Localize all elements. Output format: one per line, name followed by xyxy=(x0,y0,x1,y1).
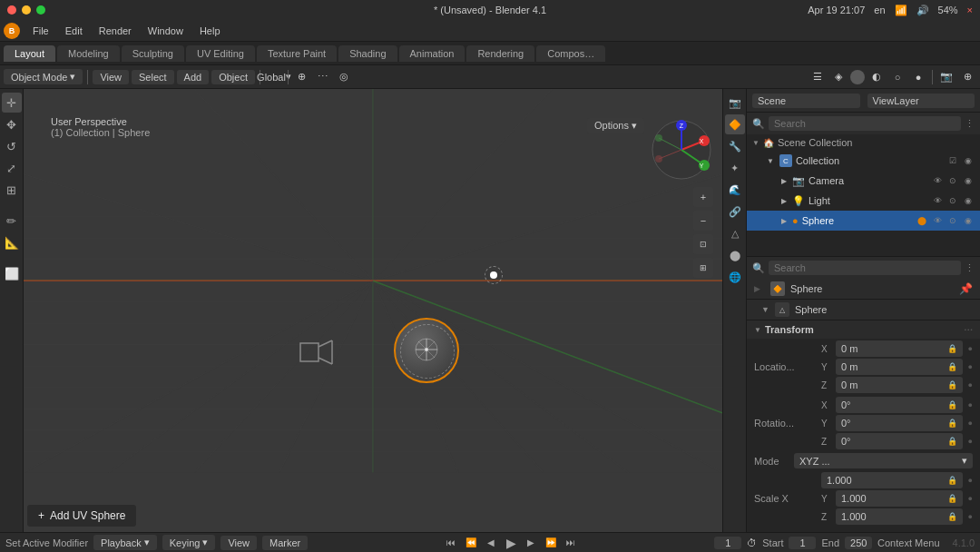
next-frame-btn[interactable]: ⏩ xyxy=(543,535,559,551)
viewport-gizmo[interactable]: X Y Z xyxy=(650,118,713,182)
measure-tool[interactable]: 📐 xyxy=(2,232,22,252)
close-button[interactable]: × xyxy=(967,5,973,15)
mode-select-dropdown[interactable]: XYZ ... ▾ xyxy=(794,453,973,468)
proportional-icon[interactable]: ◎ xyxy=(335,68,353,86)
rot-z-lock[interactable]: 🔒 xyxy=(947,437,957,446)
prop-world-btn[interactable]: 🌐 xyxy=(725,267,745,287)
add-menu[interactable]: Add xyxy=(177,70,210,84)
window-controls[interactable] xyxy=(7,5,78,15)
scale-z-lock[interactable]: 🔒 xyxy=(947,512,957,521)
loc-y-anim[interactable]: ● xyxy=(968,362,973,371)
prop-search-input[interactable] xyxy=(769,261,961,275)
sphere-viewport-icon[interactable]: 👁 xyxy=(931,214,944,227)
scale-x-lock[interactable]: 🔒 xyxy=(947,476,957,485)
rot-x-anim[interactable]: ● xyxy=(968,400,973,409)
prop-constraints-btn[interactable]: 🔗 xyxy=(725,202,745,222)
shading-material[interactable]: ◐ xyxy=(867,68,886,86)
location-z-field[interactable]: 0 m 🔒 xyxy=(836,377,963,393)
object-menu[interactable]: Object xyxy=(211,70,255,84)
mode-selector[interactable]: Object Mode ▾ xyxy=(4,69,83,84)
global-selector[interactable]: Global ▾ xyxy=(265,68,283,86)
loc-z-lock[interactable]: 🔒 xyxy=(947,380,957,389)
prop-particles-btn[interactable]: ✦ xyxy=(725,158,745,178)
tab-modeling[interactable]: Modeling xyxy=(57,45,120,62)
select-menu[interactable]: Select xyxy=(132,70,174,84)
light-select-icon[interactable]: ⊙ xyxy=(946,194,959,207)
scale-y-anim[interactable]: ● xyxy=(968,494,973,503)
cam-select-icon[interactable]: ⊙ xyxy=(946,174,959,187)
marker-menu[interactable]: Marker xyxy=(262,536,308,550)
start-frame-input[interactable]: 1 xyxy=(789,537,816,549)
rot-x-lock[interactable]: 🔒 xyxy=(947,400,957,409)
light-viewport-icon[interactable]: 👁 xyxy=(931,194,944,207)
scale-x-field[interactable]: 1.000 🔒 xyxy=(821,472,963,488)
prop-scene-btn[interactable]: 📷 xyxy=(725,93,745,113)
maximize-dot[interactable] xyxy=(36,5,45,15)
tab-sculpting[interactable]: Sculpting xyxy=(122,45,184,62)
menu-edit[interactable]: Edit xyxy=(58,24,90,38)
cam-render-icon[interactable]: ◉ xyxy=(962,174,975,187)
view-menu[interactable]: View xyxy=(93,70,129,84)
scale-tool[interactable]: ⤢ xyxy=(2,158,22,178)
col-viewport-icon[interactable]: ☑ xyxy=(946,154,959,167)
menu-render[interactable]: Render xyxy=(92,24,139,38)
sphere-select-icon[interactable]: ⊙ xyxy=(946,214,959,227)
shading-solid[interactable] xyxy=(850,70,865,84)
options-button[interactable]: Options ▾ xyxy=(587,118,644,133)
tab-rendering[interactable]: Rendering xyxy=(466,45,534,62)
mesh-expand-icon[interactable]: ▼ xyxy=(761,305,769,314)
prop-pin-button[interactable]: 📌 xyxy=(959,282,973,295)
loc-z-anim[interactable]: ● xyxy=(968,380,973,389)
overlay-icon[interactable]: ☰ xyxy=(808,68,827,86)
rot-z-anim[interactable]: ● xyxy=(968,437,973,446)
add-uv-sphere-button[interactable]: + Add UV Sphere xyxy=(27,505,136,527)
cursor-tool[interactable]: ✛ xyxy=(2,93,22,113)
jump-end-btn[interactable]: ⏭ xyxy=(563,535,579,551)
prop-obj-expand[interactable]: ▶ xyxy=(754,284,765,293)
prop-data-btn[interactable]: △ xyxy=(725,223,745,243)
col-render-icon[interactable]: ◉ xyxy=(962,154,975,167)
tab-texture-paint[interactable]: Texture Paint xyxy=(257,45,337,62)
sphere-restrict-icon[interactable]: ⬤ xyxy=(916,214,928,227)
blender-logo[interactable]: B xyxy=(4,23,20,39)
shading-rendered[interactable]: ○ xyxy=(888,68,906,86)
prev-key-btn[interactable]: ◀ xyxy=(483,535,499,551)
prop-material-btn[interactable]: ⬤ xyxy=(725,245,745,265)
next-key-btn[interactable]: ▶ xyxy=(523,535,539,551)
menu-help[interactable]: Help xyxy=(192,24,228,38)
outliner-light-row[interactable]: ▶ 💡 Light 👁 ⊙ ◉ xyxy=(747,191,980,211)
annotate-tool[interactable]: ✏ xyxy=(2,211,22,231)
transform-tool[interactable]: ⊞ xyxy=(2,180,22,200)
current-frame-input[interactable]: 1 xyxy=(714,537,741,549)
prop-modifier-btn[interactable]: 🔧 xyxy=(725,136,745,156)
transform-icon[interactable]: ⊕ xyxy=(293,68,311,86)
jump-start-btn[interactable]: ⏮ xyxy=(443,535,459,551)
keying-menu[interactable]: Keying ▾ xyxy=(162,535,216,550)
scene-collection-row[interactable]: ▼ 🏠 Scene Collection xyxy=(747,134,980,151)
sphere-render-icon[interactable]: ◉ xyxy=(962,214,975,227)
loc-y-lock[interactable]: 🔒 xyxy=(947,362,957,371)
tab-animation[interactable]: Animation xyxy=(399,45,466,62)
rotation-y-field[interactable]: 0° 🔒 xyxy=(836,415,963,431)
nav-local-btn[interactable]: ⊞ xyxy=(693,258,713,278)
end-frame-input[interactable]: 250 xyxy=(845,537,872,549)
scale-y-field[interactable]: 1.000 🔒 xyxy=(836,490,963,507)
scale-z-anim[interactable]: ● xyxy=(968,512,973,521)
outliner-sphere-row[interactable]: ▶ ● Sphere ⬤ 👁 ⊙ ◉ xyxy=(747,211,980,231)
view-menu-bottom[interactable]: View xyxy=(220,536,257,550)
cam-viewport-icon[interactable]: 👁 xyxy=(931,174,944,187)
rot-y-anim[interactable]: ● xyxy=(968,419,973,428)
loc-x-lock[interactable]: 🔒 xyxy=(947,344,957,353)
scene-selector[interactable]: Scene xyxy=(752,94,860,108)
menu-file[interactable]: File xyxy=(25,24,56,38)
transform-section-header[interactable]: ▼ Transform ⋯ xyxy=(747,320,980,339)
delta-transform-section[interactable]: ▶ Delta Transform xyxy=(747,527,980,532)
move-tool[interactable]: ✥ xyxy=(2,114,22,134)
camera-view-icon[interactable]: 📷 xyxy=(937,68,956,86)
play-btn[interactable]: ▶ xyxy=(503,535,519,551)
outliner-search-input[interactable] xyxy=(769,116,961,131)
tab-compositing[interactable]: Compos… xyxy=(536,45,605,62)
scale-z-field[interactable]: 1.000 🔒 xyxy=(836,508,963,525)
sphere-object[interactable] xyxy=(394,318,459,383)
viewlayer-selector[interactable]: ViewLayer xyxy=(867,94,975,108)
